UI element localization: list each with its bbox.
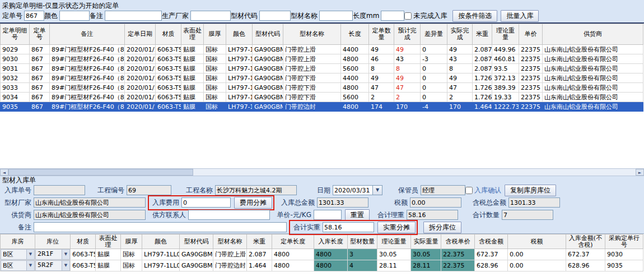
- order-cell[interactable]: 47: [447, 83, 473, 93]
- order-cell[interactable]: 山东南山铝业股份有限公司: [543, 93, 643, 102]
- scrollbar-track[interactable]: [193, 169, 636, 176]
- warehouse-cell[interactable]: 672.37: [566, 249, 605, 260]
- order-cell[interactable]: 4800: [341, 83, 369, 93]
- order-cell[interactable]: 22375: [519, 54, 543, 64]
- copy-warehouse-location-button[interactable]: 复制库房库位: [505, 185, 556, 196]
- order-column-header[interactable]: 供货商: [543, 24, 643, 45]
- order-cell[interactable]: 2020/01/13: [125, 73, 156, 83]
- order-cell[interactable]: LH797-1LL0: [226, 93, 253, 102]
- remark-input[interactable]: [105, 11, 162, 21]
- order-column-header[interactable]: 定单数量: [369, 24, 394, 45]
- order-cell[interactable]: 0: [421, 45, 447, 54]
- order-table-row[interactable]: 902986789#门框型材F26-F40（866+867）2020/01/13…: [1, 45, 643, 54]
- entry-remark-input[interactable]: [34, 222, 287, 232]
- order-cell[interactable]: 22375: [519, 102, 543, 112]
- project-no-input[interactable]: [127, 185, 171, 195]
- order-cell[interactable]: GA90GBM03: [253, 54, 283, 64]
- order-column-header[interactable]: 差异量: [421, 24, 447, 45]
- order-cell[interactable]: 49: [369, 73, 394, 83]
- order-cell[interactable]: 174: [369, 102, 394, 112]
- supplier-input[interactable]: [34, 210, 146, 220]
- warehouse-cell[interactable]: 5R2F▼: [35, 260, 71, 272]
- order-cell[interactable]: 49: [394, 45, 421, 54]
- order-cell[interactable]: 贴膜: [181, 93, 204, 102]
- warehouse-cell[interactable]: B区▼: [1, 260, 35, 272]
- order-cell[interactable]: 0: [421, 64, 447, 73]
- order-cell[interactable]: 国标: [204, 83, 226, 93]
- order-cell[interactable]: 0: [421, 73, 447, 83]
- order-cell[interactable]: 89#门框型材F26-F40（866+867）: [50, 45, 125, 54]
- warehouse-cell[interactable]: 4800: [272, 249, 314, 260]
- order-cell[interactable]: 门带腔边封: [283, 102, 341, 112]
- order-column-header[interactable]: 定单明细号: [1, 24, 30, 45]
- order-cell[interactable]: 5600: [341, 64, 369, 73]
- warehouse-column-header[interactable]: 材质: [71, 234, 96, 249]
- order-cell[interactable]: 43: [394, 54, 421, 64]
- order-cell[interactable]: 1.464: [473, 102, 492, 112]
- warehouse-cell[interactable]: 22.375: [441, 260, 475, 272]
- order-cell[interactable]: 9029: [1, 45, 30, 54]
- order-cell[interactable]: 389.39: [492, 83, 519, 93]
- order-cell[interactable]: 47: [369, 83, 394, 93]
- order-table-row[interactable]: 903386789#门框型材F26-F40（866+867）2020/01/13…: [1, 83, 643, 93]
- filter-by-condition-button[interactable]: 按条件筛选: [452, 10, 497, 22]
- order-cell[interactable]: 山东南山铝业股份有限公司: [543, 45, 643, 54]
- order-cell[interactable]: 372.13: [492, 73, 519, 83]
- order-cell[interactable]: GA90GBM05: [253, 102, 283, 112]
- warehouse-cell[interactable]: 0.00: [508, 249, 566, 260]
- order-cell[interactable]: 49: [447, 73, 473, 83]
- order-cell[interactable]: GA90GBM04: [253, 93, 283, 102]
- order-cell[interactable]: 8: [369, 64, 394, 73]
- manufacturer-input[interactable]: [190, 11, 231, 21]
- order-cell[interactable]: 2020/01/13: [125, 54, 156, 64]
- warehouse-cell[interactable]: B区▼: [1, 249, 35, 260]
- warehouse-column-header[interactable]: 型材名称: [213, 234, 247, 249]
- warehouse-cell[interactable]: 国标: [121, 249, 142, 260]
- keeper-input[interactable]: [421, 185, 465, 195]
- order-cell[interactable]: 门带腔下滑: [283, 83, 341, 93]
- order-cell[interactable]: 6063-T5: [156, 73, 181, 83]
- order-cell[interactable]: 6063-T5: [156, 45, 181, 54]
- order-cell[interactable]: GA90GBM03: [253, 64, 283, 73]
- fee-share-button[interactable]: 费用分摊: [234, 197, 272, 209]
- order-cell[interactable]: LH797-1LL0: [226, 54, 253, 64]
- unit-price-input[interactable]: [314, 210, 342, 220]
- total-with-tax-input[interactable]: [508, 197, 560, 208]
- dropdown-arrow-icon[interactable]: ▼: [26, 261, 34, 270]
- order-table-row[interactable]: 903586789#门框型材F26-F40（866+867）2020/01/13…: [1, 102, 643, 112]
- warehouse-cell[interactable]: 6063-T5: [71, 260, 96, 272]
- order-cell[interactable]: LH797-1LL0: [226, 102, 253, 112]
- warehouse-column-header[interactable]: 颜色: [142, 234, 180, 249]
- order-column-header[interactable]: 颜色: [226, 24, 253, 45]
- order-cell[interactable]: 2020/01/13: [125, 102, 156, 112]
- order-cell[interactable]: 1222.73: [492, 102, 519, 112]
- warehouse-cell[interactable]: 22.375: [441, 249, 475, 260]
- actual-share-button[interactable]: 实重分摊: [377, 222, 416, 233]
- order-cell[interactable]: 2020/01/13: [125, 64, 156, 73]
- order-cell[interactable]: 460.81: [492, 54, 519, 64]
- order-cell[interactable]: 170: [447, 102, 473, 112]
- order-cell[interactable]: 89#门框型材F26-F40（866+867）: [50, 73, 125, 83]
- warehouse-column-header[interactable]: 采购定单行号: [605, 234, 643, 249]
- split-location-button[interactable]: 拆分库位: [423, 222, 461, 233]
- order-cell[interactable]: 门带腔上滑: [283, 54, 341, 64]
- order-cell[interactable]: 867: [30, 83, 50, 93]
- order-cell[interactable]: 贴膜: [181, 54, 204, 64]
- warehouse-column-header[interactable]: 库房: [1, 234, 35, 249]
- warehouse-cell[interactable]: 2.087: [247, 249, 272, 260]
- warehouse-column-header[interactable]: 含税单价: [441, 234, 475, 249]
- warehouse-column-header[interactable]: 定单长度: [272, 234, 314, 249]
- order-column-header[interactable]: 理论重量: [492, 24, 519, 45]
- order-cell[interactable]: 867: [30, 45, 50, 54]
- order-cell[interactable]: 山东南山铝业股份有限公司: [543, 54, 643, 64]
- warehouse-cell[interactable]: 0.00: [508, 260, 566, 272]
- order-cell[interactable]: 2020/01/13: [125, 93, 156, 102]
- total-theory-input[interactable]: [407, 210, 458, 220]
- receipt-no-input[interactable]: [34, 185, 85, 195]
- batch-inbound-button[interactable]: 批量入库: [501, 10, 539, 22]
- length-input[interactable]: [381, 11, 404, 21]
- order-cell[interactable]: 山东南山铝业股份有限公司: [543, 102, 643, 112]
- warehouse-cell[interactable]: 4800: [314, 260, 348, 272]
- order-cell[interactable]: 门带腔上滑: [283, 45, 341, 54]
- profile-name-input[interactable]: [319, 11, 353, 21]
